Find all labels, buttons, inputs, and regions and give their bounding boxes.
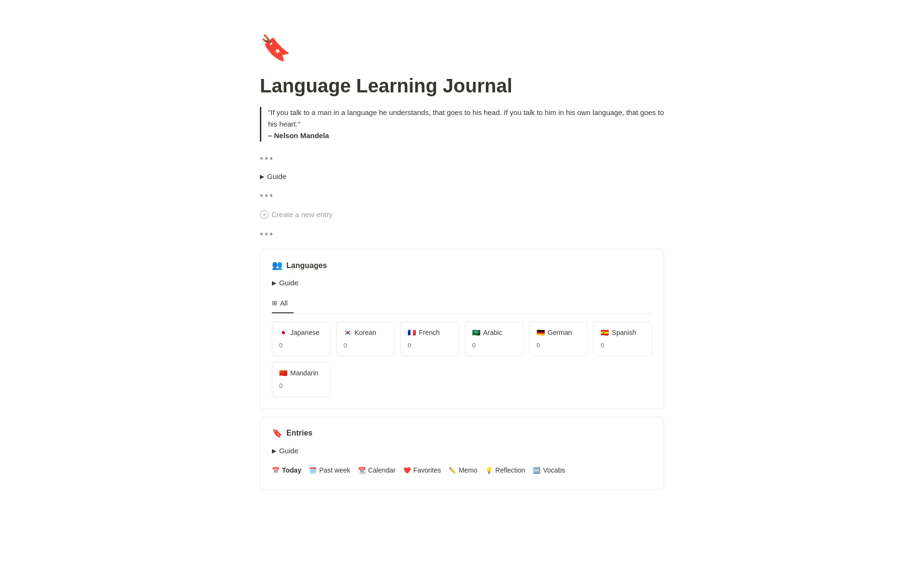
flag-icon: 🇰🇷 <box>344 328 352 338</box>
entry-tab-favorites[interactable]: ❤️ Favorites <box>403 463 446 478</box>
lang-name: 🇨🇳 Mandarin <box>279 368 323 378</box>
language-card-german[interactable]: 🇩🇪 German 0 <box>529 321 588 357</box>
entries-title: Entries <box>286 427 312 439</box>
quote-author: – Nelson Mandela <box>268 131 329 140</box>
quote-text: "If you talk to a man in a language he u… <box>268 108 664 128</box>
languages-guide-label: Guide <box>279 278 298 289</box>
dots-2[interactable]: ••• <box>260 188 664 203</box>
lang-name: 🇰🇷 Korean <box>344 328 388 338</box>
entry-tab-reflection[interactable]: 💡 Reflection <box>485 463 530 478</box>
entries-tabs-row: 📅 Today 🗓️ Past week 📆 Calendar ❤️ Favor… <box>272 463 652 478</box>
quote-block: "If you talk to a man in a language he u… <box>260 107 664 141</box>
dots-1[interactable]: ••• <box>260 151 664 166</box>
entry-tab-vocabs[interactable]: 🔤 Vocabs <box>533 463 570 478</box>
tab-icon-vocabs: 🔤 <box>533 466 540 475</box>
lang-count: 0 <box>344 341 388 350</box>
languages-header: 👥 Languages <box>272 259 652 272</box>
create-entry-label: Create a new entry <box>271 209 333 220</box>
tab-icon-reflection: 💡 <box>485 466 493 475</box>
lang-name: 🇯🇵 Japanese <box>279 328 323 338</box>
tab-label-today: Today <box>282 465 301 475</box>
chevron-right-icon-1: ▶ <box>260 172 264 181</box>
lang-count: 0 <box>279 341 323 350</box>
languages-icon: 👥 <box>272 259 282 272</box>
entry-tab-today[interactable]: 📅 Today <box>272 463 306 478</box>
entries-icon: 🔖 <box>272 427 282 440</box>
entry-tab-calendar[interactable]: 📆 Calendar <box>358 463 400 478</box>
entries-guide-label: Guide <box>279 446 298 457</box>
chevron-right-icon-2: ▶ <box>272 279 276 287</box>
flag-icon: 🇨🇳 <box>279 368 287 378</box>
entries-header: 🔖 Entries <box>272 427 652 440</box>
language-card-japanese[interactable]: 🇯🇵 Japanese 0 <box>272 321 331 357</box>
lang-name: 🇫🇷 French <box>408 328 452 338</box>
tab-icon-past week: 🗓️ <box>309 466 317 475</box>
tab-all[interactable]: ⊞ All <box>272 295 294 313</box>
page-icon: 🔖 <box>260 29 664 66</box>
lang-name: 🇩🇪 German <box>537 328 581 338</box>
flag-icon: 🇫🇷 <box>408 328 416 338</box>
language-card-spanish[interactable]: 🇪🇸 Spanish 0 <box>593 321 652 357</box>
tab-icon-favorites: ❤️ <box>403 466 411 475</box>
languages-title: Languages <box>286 260 327 271</box>
entries-guide-toggle[interactable]: ▶ Guide <box>272 446 652 457</box>
tab-label-past week: Past week <box>319 465 350 475</box>
dots-3[interactable]: ••• <box>260 227 664 241</box>
page-title: Language Learning Journal <box>260 74 664 97</box>
language-card-french[interactable]: 🇫🇷 French 0 <box>400 321 459 357</box>
flag-icon: 🇯🇵 <box>279 328 287 338</box>
tab-icon-calendar: 📆 <box>358 466 366 475</box>
plus-circle-icon: + <box>260 210 269 219</box>
page-container: 🔖 Language Learning Journal "If you talk… <box>221 0 703 546</box>
guide-label-1: Guide <box>267 171 286 182</box>
tab-label-vocabs: Vocabs <box>543 465 565 475</box>
languages-section: 👥 Languages ▶ Guide ⊞ All 🇯🇵 Japanese 0 … <box>260 249 664 409</box>
tab-all-label: All <box>280 298 288 308</box>
guide-toggle-1[interactable]: ▶ Guide <box>260 171 664 182</box>
tab-label-memo: Memo <box>459 465 477 475</box>
tab-icon-memo: ✏️ <box>449 466 456 475</box>
languages-guide-toggle[interactable]: ▶ Guide <box>272 278 652 289</box>
lang-name: 🇸🇦 Arabic <box>472 328 516 338</box>
languages-tabs-row: ⊞ All <box>272 295 652 314</box>
lang-count: 0 <box>408 341 452 350</box>
grid-icon: ⊞ <box>272 298 277 308</box>
tab-label-favorites: Favorites <box>413 465 441 475</box>
entry-tab-past-week[interactable]: 🗓️ Past week <box>309 463 355 478</box>
language-card-arabic[interactable]: 🇸🇦 Arabic 0 <box>465 321 524 357</box>
tab-label-reflection: Reflection <box>495 465 525 475</box>
entry-tab-memo[interactable]: ✏️ Memo <box>449 463 482 478</box>
create-entry-button[interactable]: + Create a new entry <box>260 208 664 221</box>
lang-count: 0 <box>537 341 581 350</box>
entries-section: 🔖 Entries ▶ Guide 📅 Today 🗓️ Past week 📆… <box>260 417 664 490</box>
tab-icon-today: 📅 <box>272 466 280 475</box>
language-card-mandarin[interactable]: 🇨🇳 Mandarin 0 <box>272 362 331 397</box>
lang-name: 🇪🇸 Spanish <box>601 328 645 338</box>
lang-count: 0 <box>279 381 323 391</box>
flag-icon: 🇸🇦 <box>472 328 480 338</box>
flag-icon: 🇪🇸 <box>601 328 609 338</box>
language-grid: 🇯🇵 Japanese 0 🇰🇷 Korean 0 🇫🇷 French 0 🇸🇦… <box>272 321 652 397</box>
lang-count: 0 <box>472 341 516 350</box>
lang-count: 0 <box>601 341 645 350</box>
chevron-right-icon-3: ▶ <box>272 447 276 455</box>
language-card-korean[interactable]: 🇰🇷 Korean 0 <box>336 321 395 357</box>
tab-label-calendar: Calendar <box>368 465 396 475</box>
flag-icon: 🇩🇪 <box>537 328 545 338</box>
